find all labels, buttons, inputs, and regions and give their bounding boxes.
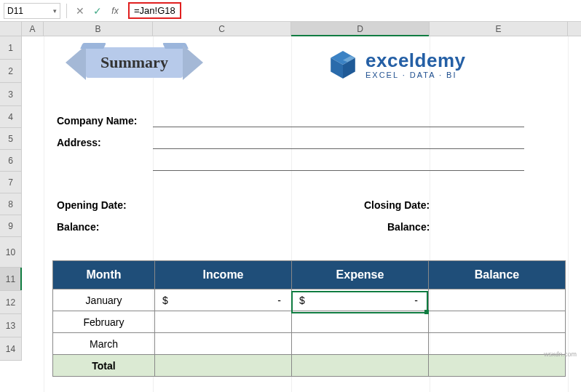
separator: [66, 4, 67, 18]
cell-total-label: Total: [53, 355, 155, 377]
col-header-D[interactable]: D: [291, 22, 430, 36]
cell-income[interactable]: [155, 333, 292, 355]
exceldemy-logo: exceldemy EXCEL · DATA · BI: [328, 49, 465, 80]
col-header-C[interactable]: C: [153, 22, 291, 36]
cancel-icon[interactable]: ✕: [73, 4, 87, 18]
cell-income[interactable]: $-: [155, 289, 292, 311]
select-all-corner[interactable]: [0, 22, 22, 36]
ribbon-tail-left: [66, 45, 86, 80]
row-headers: 1 2 3 4 5 6 7 8 9 10 11 12 13 14: [0, 36, 22, 361]
enter-icon[interactable]: ✓: [90, 4, 105, 18]
balance-1-label: Balance:: [57, 221, 99, 233]
row-header-3[interactable]: 3: [0, 83, 22, 106]
chevron-down-icon[interactable]: ▾: [53, 7, 57, 15]
company-name-label: Company Name:: [57, 115, 137, 127]
col-header-B[interactable]: B: [44, 22, 153, 36]
row-header-5[interactable]: 5: [0, 128, 22, 150]
cell-balance[interactable]: [429, 311, 566, 333]
row-header-7[interactable]: 7: [0, 172, 22, 193]
th-income: Income: [155, 261, 292, 289]
row-header-12[interactable]: 12: [0, 291, 22, 314]
watermark: wsxdn.com: [544, 351, 577, 358]
th-month: Month: [53, 261, 155, 289]
column-headers: A B C D E: [0, 22, 581, 36]
name-box[interactable]: D11 ▾: [4, 3, 60, 19]
closing-date-label: Closing Date:: [364, 199, 430, 211]
row-header-8[interactable]: 8: [0, 193, 22, 215]
row-header-1[interactable]: 1: [0, 36, 22, 60]
table-row[interactable]: February: [53, 311, 566, 333]
cell-expense[interactable]: $-: [292, 289, 429, 311]
cell-total-income[interactable]: [155, 355, 292, 377]
cell-reference: D11: [7, 6, 23, 16]
table-header-row: Month Income Expense Balance: [53, 261, 566, 289]
company-underline: [153, 127, 524, 127]
row-header-6[interactable]: 6: [0, 150, 22, 172]
cell-expense[interactable]: [292, 311, 429, 333]
ribbon-title: Summary: [86, 47, 183, 78]
th-balance: Balance: [429, 261, 566, 289]
col-header-A[interactable]: A: [22, 22, 44, 36]
formula-bar: D11 ▾ ✕ ✓ fx =Jan!G18: [0, 0, 581, 22]
address-underline-2: [153, 170, 524, 171]
row-header-4[interactable]: 4: [0, 106, 22, 128]
row-header-10[interactable]: 10: [0, 237, 22, 268]
cell-total-expense[interactable]: [292, 355, 429, 377]
sheet-area[interactable]: Summary exceldemy EXCEL · DATA · BI Comp…: [22, 36, 581, 361]
row-header-13[interactable]: 13: [0, 314, 22, 337]
col-header-E[interactable]: E: [430, 22, 568, 36]
row-header-14[interactable]: 14: [0, 337, 22, 361]
row-header-11[interactable]: 11: [0, 268, 22, 291]
fx-icon[interactable]: fx: [108, 4, 122, 18]
logo-main-text: exceldemy: [365, 51, 465, 70]
cell-expense[interactable]: [292, 333, 429, 355]
row-header-2[interactable]: 2: [0, 60, 22, 83]
formula-highlight: =Jan!G18: [128, 2, 181, 19]
row-header-9[interactable]: 9: [0, 215, 22, 237]
cube-icon: [328, 49, 358, 80]
summary-ribbon: Summary: [66, 45, 203, 80]
cell-balance[interactable]: [429, 289, 566, 311]
logo-sub-text: EXCEL · DATA · BI: [365, 71, 465, 79]
spreadsheet-grid: A B C D E 1 2 3 4 5 6 7 8 9 10 11 12 13 …: [0, 22, 581, 361]
table-row[interactable]: January $- $-: [53, 289, 566, 311]
address-label: Address:: [57, 137, 101, 148]
balance-2-label: Balance:: [387, 221, 430, 233]
cell-total-balance[interactable]: [429, 355, 566, 377]
table-row[interactable]: March: [53, 333, 566, 355]
summary-table: Month Income Expense Balance January $- …: [52, 260, 566, 377]
cell-income[interactable]: [155, 311, 292, 333]
cell-month[interactable]: March: [53, 333, 155, 355]
ribbon-tail-right: [183, 45, 203, 80]
cell-month[interactable]: January: [53, 289, 155, 311]
address-underline-1: [153, 148, 524, 149]
cell-month[interactable]: February: [53, 311, 155, 333]
th-expense: Expense: [292, 261, 429, 289]
formula-text[interactable]: =Jan!G18: [134, 5, 175, 16]
opening-date-label: Opening Date:: [57, 199, 127, 211]
table-total-row[interactable]: Total: [53, 355, 566, 377]
